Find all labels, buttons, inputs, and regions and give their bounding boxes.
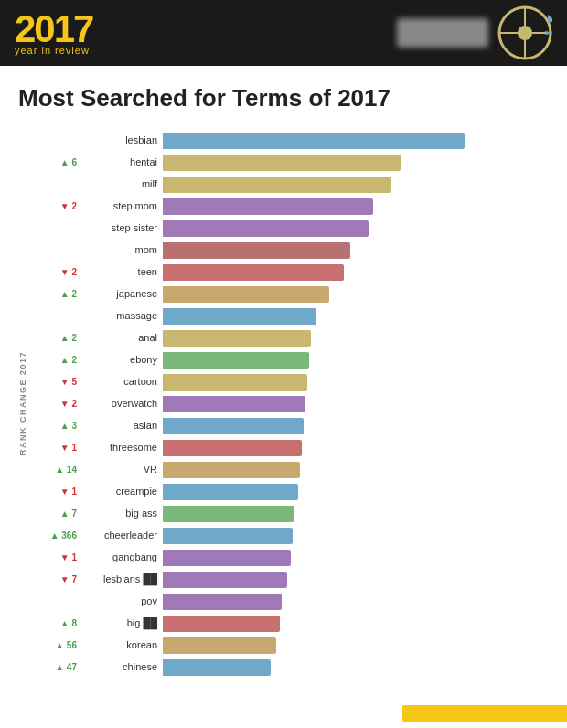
change-item: ▲ 2 xyxy=(33,327,80,348)
bar-row xyxy=(163,131,549,150)
change-item: ▲ 8 xyxy=(33,612,80,634)
change-item: ▼ 2 xyxy=(33,261,80,283)
change-item: ▲ 56 xyxy=(33,634,80,656)
bar xyxy=(163,528,293,544)
change-column: ▲ 6▼ 2▼ 2▲ 2▲ 2▲ 2▼ 5▼ 2▲ 3▼ 1▲ 14▼ 1▲ 7… xyxy=(33,129,80,678)
bar-row xyxy=(163,571,549,590)
logo-subtitle: year in review xyxy=(15,45,90,56)
bar-label: big ass xyxy=(80,502,163,524)
header-right xyxy=(397,5,552,60)
svg-point-3 xyxy=(518,26,532,40)
bar-label: gangbang xyxy=(80,546,163,568)
bar-label: milf xyxy=(80,173,163,195)
bar-row xyxy=(163,416,549,435)
bar xyxy=(163,396,305,412)
bar-row xyxy=(163,460,549,479)
bar-row xyxy=(163,219,549,238)
bar-row xyxy=(163,350,549,369)
bar xyxy=(163,220,369,237)
bar-label: threesome xyxy=(80,436,163,458)
bar-label: lesbian xyxy=(80,129,163,151)
bar-label: step sister xyxy=(80,217,163,239)
bar-label: lesbians ██ xyxy=(80,568,163,590)
bar-row xyxy=(163,241,549,260)
change-item xyxy=(33,173,80,195)
logo-area: 2017 year in review xyxy=(15,10,92,56)
bar-label: overwatch xyxy=(80,392,163,414)
bar-label: VR xyxy=(80,458,163,480)
bar xyxy=(163,484,298,500)
chart-container: RANK CHANGE 2017 ▲ 6▼ 2▼ 2▲ 2▲ 2▲ 2▼ 5▼ … xyxy=(18,129,549,678)
bar-label: ebony xyxy=(80,348,163,370)
logo-year: 2017 xyxy=(15,10,92,48)
bar xyxy=(163,242,350,259)
change-item: ▲ 6 xyxy=(33,151,80,173)
bar-label: anal xyxy=(80,327,163,348)
bar xyxy=(163,616,280,632)
bar xyxy=(163,506,294,522)
bar-row xyxy=(163,549,549,568)
bar xyxy=(163,352,309,369)
bar xyxy=(163,308,316,325)
bar-label: chinese xyxy=(80,656,163,678)
change-item: ▼ 7 xyxy=(33,568,80,590)
bar xyxy=(163,374,307,391)
bar xyxy=(163,440,302,456)
bar-row xyxy=(163,483,549,502)
change-item xyxy=(33,305,80,327)
footer-decoration xyxy=(0,705,567,722)
bar-label: big ██ xyxy=(80,612,163,634)
bar-row xyxy=(163,372,549,391)
bar xyxy=(163,198,373,215)
bar-row xyxy=(163,615,549,634)
bar xyxy=(163,594,282,610)
bar-row xyxy=(163,527,549,546)
change-item xyxy=(33,217,80,239)
change-item xyxy=(33,239,80,261)
change-item xyxy=(33,590,80,612)
bar-row xyxy=(163,658,549,678)
label-column: lesbianhentaimilfstep momstep sistermomt… xyxy=(80,129,163,678)
header-circle-icon xyxy=(497,5,552,60)
bar-column xyxy=(163,129,549,678)
bar xyxy=(163,418,304,434)
change-item: ▲ 14 xyxy=(33,458,80,480)
bar-row xyxy=(163,306,549,326)
change-item: ▲ 3 xyxy=(33,414,80,436)
bar-label: cartoon xyxy=(80,370,163,392)
bar xyxy=(163,155,401,171)
bar-label: pov xyxy=(80,590,163,612)
bar-label: step mom xyxy=(80,195,163,217)
change-item: ▲ 2 xyxy=(33,348,80,370)
bar xyxy=(163,637,276,654)
bar xyxy=(163,286,329,303)
change-item: ▲ 7 xyxy=(33,502,80,524)
bar xyxy=(163,462,300,478)
bar xyxy=(163,177,391,193)
bar-row xyxy=(163,284,549,304)
bar xyxy=(163,550,291,566)
bar-row xyxy=(163,637,549,656)
bar xyxy=(163,264,344,281)
bar xyxy=(163,659,271,676)
bar-row xyxy=(163,175,549,194)
bar-label: cheerleader xyxy=(80,524,163,546)
bar-row xyxy=(163,438,549,457)
change-item: ▼ 1 xyxy=(33,436,80,458)
blurred-logo xyxy=(397,18,488,48)
change-item: ▼ 1 xyxy=(33,480,80,502)
main-content: Most Searched for Terms of 2017 RANK CHA… xyxy=(0,66,567,696)
bar xyxy=(163,572,287,588)
change-item: ▲ 2 xyxy=(33,283,80,305)
y-axis-label: RANK CHANGE 2017 xyxy=(18,129,31,678)
header: 2017 year in review xyxy=(0,0,567,66)
change-item: ▲ 47 xyxy=(33,656,80,678)
svg-marker-4 xyxy=(548,15,552,22)
bar-label: creampie xyxy=(80,480,163,502)
bar-label: korean xyxy=(80,634,163,656)
change-item: ▼ 5 xyxy=(33,370,80,392)
page-title: Most Searched for Terms of 2017 xyxy=(18,84,549,112)
bar-row xyxy=(163,153,549,172)
bar-row xyxy=(163,328,549,348)
bar-label: teen xyxy=(80,261,163,283)
